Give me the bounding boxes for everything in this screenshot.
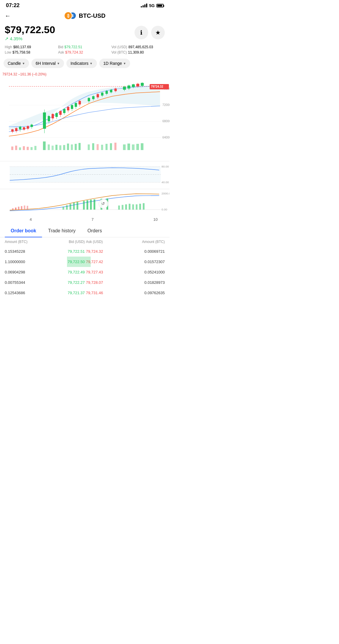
interval-chevron: ▼ bbox=[57, 62, 60, 65]
svg-rect-35 bbox=[75, 103, 77, 107]
svg-text:64000.00: 64000.00 bbox=[162, 136, 170, 139]
oscillator1-svg: 80.00 40.00 bbox=[0, 161, 170, 188]
indicators-filter[interactable]: Indicators ▼ bbox=[66, 59, 97, 68]
ask-price: 79,731.46 bbox=[85, 291, 125, 295]
svg-rect-128 bbox=[136, 204, 137, 210]
svg-rect-15 bbox=[27, 126, 29, 129]
chart-current-price: 79724.32 bbox=[2, 72, 17, 76]
svg-rect-64 bbox=[19, 147, 21, 150]
order-book-header: Amount (BTC) Bid (USD) Ask (USD) Amount … bbox=[0, 237, 170, 246]
svg-rect-65 bbox=[23, 146, 25, 150]
svg-rect-75 bbox=[67, 144, 69, 150]
svg-rect-82 bbox=[101, 145, 103, 150]
stat-vol-usd: Vol (USD) 897,485,625.03 bbox=[111, 45, 165, 49]
price-change: ↗ 4.35% bbox=[5, 36, 55, 41]
svg-rect-127 bbox=[132, 204, 134, 210]
candle-filter[interactable]: Candle ▼ bbox=[4, 59, 29, 68]
svg-rect-69 bbox=[43, 141, 46, 150]
svg-text:0.00: 0.00 bbox=[161, 208, 167, 211]
svg-rect-126 bbox=[129, 204, 130, 210]
oscillator2-svg: ↺ 2000.00 0.00 bbox=[0, 189, 170, 215]
svg-rect-31 bbox=[67, 107, 69, 110]
indicators-chevron: ▼ bbox=[90, 62, 93, 65]
interval-label: 6H Interval bbox=[36, 61, 56, 66]
stat-high: High $80,137.69 bbox=[5, 45, 58, 49]
info-button[interactable]: ℹ bbox=[135, 26, 148, 39]
svg-rect-108 bbox=[18, 207, 20, 210]
svg-rect-76 bbox=[71, 144, 73, 150]
svg-rect-61 bbox=[141, 83, 144, 86]
bid-price: 79,722.27 bbox=[45, 280, 85, 285]
candle-chevron: ▼ bbox=[22, 62, 25, 65]
chart-price-change: –161.36 (–0.20%) bbox=[18, 72, 46, 76]
svg-rect-110 bbox=[24, 205, 25, 210]
svg-rect-43 bbox=[97, 94, 99, 97]
svg-rect-88 bbox=[132, 144, 135, 150]
amount-left: 0.00755344 bbox=[5, 280, 45, 285]
range-label: 1D Range bbox=[103, 61, 122, 66]
svg-rect-17 bbox=[31, 125, 33, 127]
watchlist-button[interactable]: ★ bbox=[151, 26, 165, 39]
candlestick-svg: 76000.00 72000.00 68000.00 64000.00 7972… bbox=[0, 71, 170, 160]
time-label-10: 10 bbox=[153, 217, 158, 222]
svg-rect-72 bbox=[55, 145, 57, 150]
tab-orders[interactable]: Orders bbox=[81, 225, 108, 237]
tab-trade-history[interactable]: Trade history bbox=[42, 225, 81, 237]
svg-rect-25 bbox=[55, 113, 58, 117]
svg-rect-7 bbox=[11, 129, 14, 132]
svg-rect-62 bbox=[11, 146, 13, 150]
svg-text:↺: ↺ bbox=[101, 201, 105, 206]
svg-rect-0 bbox=[0, 71, 170, 160]
amount-left: 0.15345228 bbox=[5, 249, 45, 254]
tab-order-book[interactable]: Order book bbox=[5, 225, 42, 237]
chart-overlay-info: 79724.32 –161.36 (–0.20%) bbox=[2, 72, 47, 76]
svg-rect-45 bbox=[101, 93, 103, 96]
svg-rect-111 bbox=[27, 206, 28, 210]
network-label: 5G bbox=[149, 3, 155, 8]
status-icons: 5G bbox=[141, 3, 164, 8]
svg-text:80.00: 80.00 bbox=[161, 165, 169, 168]
svg-rect-74 bbox=[63, 145, 65, 150]
svg-rect-77 bbox=[75, 144, 77, 150]
stat-ask: Ask $79,724.32 bbox=[58, 50, 111, 54]
range-filter[interactable]: 1D Range ▼ bbox=[99, 59, 130, 68]
svg-rect-125 bbox=[125, 204, 127, 210]
svg-rect-70 bbox=[48, 144, 50, 150]
back-button[interactable]: ← bbox=[5, 12, 11, 19]
svg-rect-114 bbox=[70, 204, 71, 210]
svg-rect-109 bbox=[21, 206, 22, 210]
svg-rect-23 bbox=[52, 114, 54, 118]
filter-row: Candle ▼ 6H Interval ▼ Indicators ▼ 1D R… bbox=[0, 57, 170, 71]
svg-rect-21 bbox=[48, 116, 50, 121]
amount-right: 0.00069721 bbox=[125, 249, 165, 254]
stat-low: Low $75,758.58 bbox=[5, 50, 58, 54]
col-header-amount-l: Amount (BTC) bbox=[5, 240, 45, 244]
ask-price: 79,724.32 bbox=[85, 249, 125, 254]
interval-filter[interactable]: 6H Interval ▼ bbox=[31, 59, 64, 68]
svg-rect-117 bbox=[83, 201, 85, 210]
svg-rect-37 bbox=[79, 101, 81, 104]
order-row: 0.06904298 79,722.49 79,727.43 0.0524100… bbox=[0, 267, 170, 277]
svg-rect-120 bbox=[94, 199, 95, 210]
amount-right: 0.05241000 bbox=[125, 270, 165, 274]
chart-container[interactable]: 79724.32 –161.36 (–0.20%) bbox=[0, 71, 170, 223]
svg-rect-130 bbox=[143, 203, 145, 210]
ask-price: 79,728.07 bbox=[85, 280, 125, 285]
time-axis: 4 7 10 bbox=[0, 217, 170, 223]
order-row: 1.10000000 79,722.50 79,727.42 0.0157230… bbox=[0, 257, 170, 267]
svg-rect-57 bbox=[132, 84, 135, 87]
col-header-ask: Ask (USD) bbox=[85, 240, 125, 244]
pair-title: ₿ $ BTC-USD bbox=[64, 12, 105, 20]
btc-icon: ₿ bbox=[64, 12, 72, 20]
svg-rect-129 bbox=[139, 204, 141, 210]
svg-rect-67 bbox=[31, 147, 33, 150]
svg-rect-123 bbox=[118, 205, 120, 210]
order-row: 0.00755344 79,722.27 79,728.07 0.0182897… bbox=[0, 277, 170, 288]
price-info: $79,722.50 ↗ 4.35% bbox=[5, 24, 55, 41]
svg-rect-107 bbox=[15, 207, 17, 210]
order-row: 0.15345228 79,722.51 79,724.32 0.0006972… bbox=[0, 246, 170, 257]
time-label-4: 4 bbox=[30, 217, 32, 222]
svg-rect-29 bbox=[63, 109, 65, 113]
amount-left: 0.12543686 bbox=[5, 291, 45, 295]
ask-price: 79,727.43 bbox=[85, 270, 125, 274]
